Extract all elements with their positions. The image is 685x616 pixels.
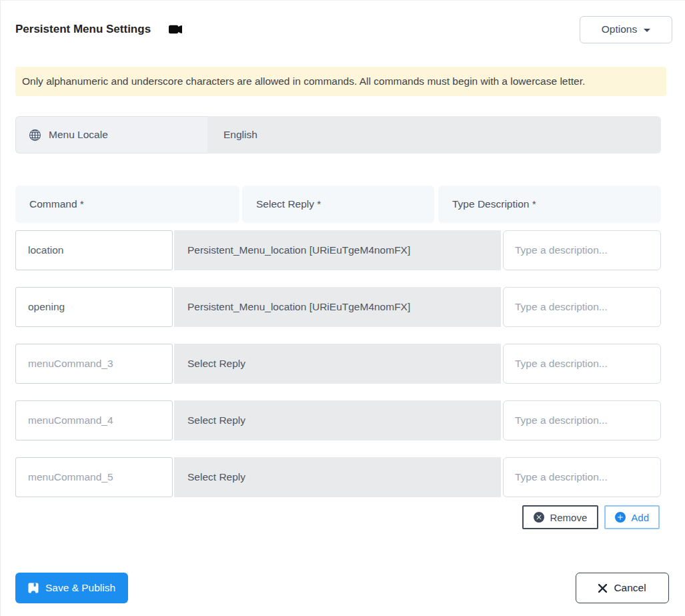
- reply-select[interactable]: Persistent_Menu_location [URiEuTgeM4nomF…: [174, 287, 501, 327]
- panel-header: Persistent Menu Settings Options: [1, 1, 685, 43]
- persistent-menu-settings-panel: Persistent Menu Settings Options Only al…: [0, 0, 685, 616]
- add-row-button[interactable]: Add: [604, 505, 660, 529]
- title-group: Persistent Menu Settings: [15, 23, 182, 36]
- panel-footer: Save & Publish Cancel: [1, 573, 685, 603]
- reply-select[interactable]: Select Reply: [174, 344, 501, 384]
- description-input[interactable]: [503, 344, 661, 384]
- x-circle-icon: [534, 512, 544, 523]
- command-row-3: Select Reply: [15, 344, 661, 384]
- reply-select[interactable]: Select Reply: [174, 400, 501, 440]
- command-row-5: Select Reply: [15, 457, 661, 497]
- save-publish-label: Save & Publish: [45, 582, 115, 594]
- save-publish-button[interactable]: Save & Publish: [15, 573, 128, 603]
- page-title: Persistent Menu Settings: [15, 23, 151, 36]
- reply-select[interactable]: Select Reply: [174, 457, 501, 497]
- reply-select-value: Persistent_Menu_location [URiEuTgeM4nomF…: [187, 244, 410, 256]
- command-input[interactable]: [15, 344, 173, 384]
- cancel-button[interactable]: Cancel: [576, 573, 669, 603]
- command-input[interactable]: [15, 230, 173, 270]
- options-button[interactable]: Options: [580, 16, 672, 43]
- description-input[interactable]: [503, 230, 661, 270]
- video-camera-icon[interactable]: [169, 23, 182, 36]
- reply-select-value: Select Reply: [187, 358, 245, 370]
- globe-icon: [29, 129, 41, 141]
- reply-select-value: Select Reply: [187, 471, 245, 483]
- command-row-1: Persistent_Menu_location [URiEuTgeM4nomF…: [15, 230, 661, 270]
- command-input[interactable]: [15, 400, 173, 440]
- menu-locale-value: English: [207, 116, 661, 153]
- column-header-type-description: Type Description *: [438, 186, 661, 223]
- add-button-label: Add: [631, 512, 649, 523]
- reply-select-value: Select Reply: [187, 414, 245, 426]
- x-icon: [598, 584, 607, 593]
- menu-locale-addon: Menu Locale: [15, 116, 207, 153]
- reply-select[interactable]: Persistent_Menu_location [URiEuTgeM4nomF…: [174, 230, 501, 270]
- cancel-button-label: Cancel: [614, 582, 646, 594]
- command-rules-alert: Only alphanumeric and underscore charact…: [15, 67, 666, 96]
- alert-text: Only alphanumeric and underscore charact…: [22, 75, 585, 87]
- remove-button-label: Remove: [550, 512, 587, 523]
- command-input[interactable]: [15, 457, 173, 497]
- options-button-label: Options: [602, 23, 637, 35]
- command-row-4: Select Reply: [15, 400, 661, 440]
- description-input[interactable]: [503, 287, 661, 327]
- command-row-2: Persistent_Menu_location [URiEuTgeM4nomF…: [15, 287, 661, 327]
- column-header-select-reply: Select Reply *: [242, 186, 434, 223]
- column-header-command: Command *: [15, 186, 239, 223]
- floppy-disk-icon: [28, 583, 39, 593]
- description-input[interactable]: [503, 457, 661, 497]
- table-header-row: Command * Select Reply * Type Descriptio…: [15, 186, 661, 223]
- command-input[interactable]: [15, 287, 173, 327]
- plus-circle-icon: [615, 512, 626, 523]
- reply-select-value: Persistent_Menu_location [URiEuTgeM4nomF…: [187, 301, 410, 313]
- row-actions: Remove Add: [15, 505, 660, 529]
- remove-row-button[interactable]: Remove: [522, 505, 598, 529]
- menu-locale-label: Menu Locale: [49, 129, 108, 141]
- menu-locale-group: Menu Locale English: [15, 116, 661, 153]
- chevron-down-icon: [644, 29, 650, 32]
- description-input[interactable]: [503, 400, 661, 440]
